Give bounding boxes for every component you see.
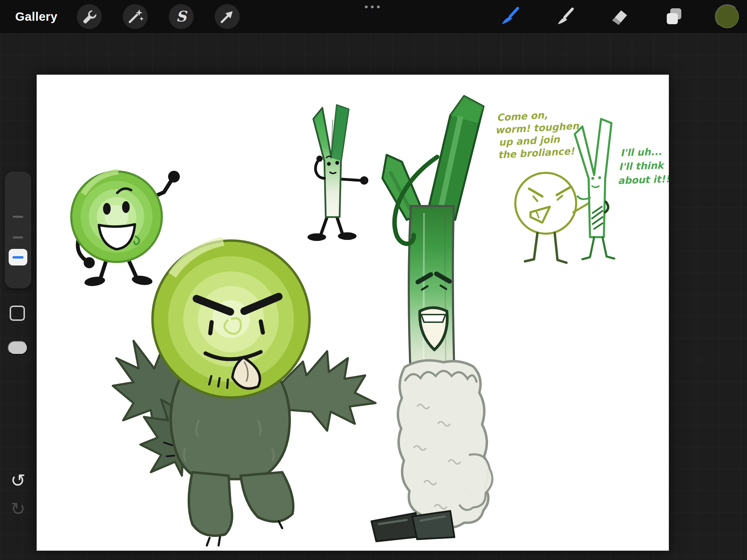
- adjustments-button[interactable]: [123, 4, 148, 29]
- workspace-background: Come on, worm! toughen up and join the b…: [0, 33, 747, 560]
- svg-text:about it!!: about it!!: [618, 173, 669, 186]
- wrench-icon: [80, 7, 99, 26]
- canvas-options-dots[interactable]: •••: [353, 0, 394, 14]
- gallery-button[interactable]: Gallery: [15, 0, 57, 33]
- paint-tool-button[interactable]: [498, 6, 520, 28]
- redo-button[interactable]: ↻: [6, 497, 30, 521]
- svg-text:I'll uh...: I'll uh...: [620, 146, 662, 159]
- svg-text:up and join: up and join: [498, 134, 560, 148]
- procreate-app: Gallery S •••: [0, 0, 747, 560]
- transform-arrow-icon: [218, 7, 237, 26]
- slider-tick: [13, 216, 23, 218]
- opacity-slider-handle[interactable]: [8, 341, 28, 355]
- eraser-icon: [608, 6, 630, 28]
- speech-text-left: Come on, worm! toughen up and join the b…: [494, 108, 581, 161]
- magic-wand-icon: [126, 7, 145, 26]
- svg-text:Come on,: Come on,: [496, 109, 548, 123]
- brush-size-slider-handle[interactable]: [9, 249, 27, 265]
- canvas-artwork: Come on, worm! toughen up and join the b…: [37, 75, 669, 551]
- drawing-canvas[interactable]: Come on, worm! toughen up and join the b…: [37, 75, 669, 551]
- character-cabbage-leaf-monster: [113, 241, 376, 545]
- smudge-icon: [554, 6, 576, 28]
- modify-button[interactable]: [10, 306, 25, 321]
- svg-text:I'll think: I'll think: [619, 160, 665, 173]
- selection-button[interactable]: S: [169, 4, 194, 29]
- color-swatch-button[interactable]: [715, 4, 740, 29]
- undo-button[interactable]: ↺: [6, 469, 30, 492]
- slider-accent-bar: [12, 256, 24, 259]
- actions-button[interactable]: [77, 4, 102, 29]
- layers-icon: [663, 6, 685, 28]
- layers-button[interactable]: [663, 6, 685, 28]
- character-cabbage-slice: [71, 171, 180, 287]
- eraser-tool-button[interactable]: [608, 6, 630, 28]
- character-big-leek: [371, 96, 492, 541]
- transform-button[interactable]: [215, 4, 240, 29]
- smudge-tool-button[interactable]: [554, 6, 576, 28]
- character-small-leek: [307, 105, 368, 241]
- slider-tick: [13, 236, 23, 239]
- speech-text-right: I'll uh... I'll think about it!!: [617, 146, 669, 186]
- brush-size-slider[interactable]: [5, 171, 31, 288]
- selection-s-icon: S: [176, 9, 186, 24]
- top-toolbar: Gallery S •••: [0, 0, 747, 33]
- paintbrush-icon: [498, 6, 520, 28]
